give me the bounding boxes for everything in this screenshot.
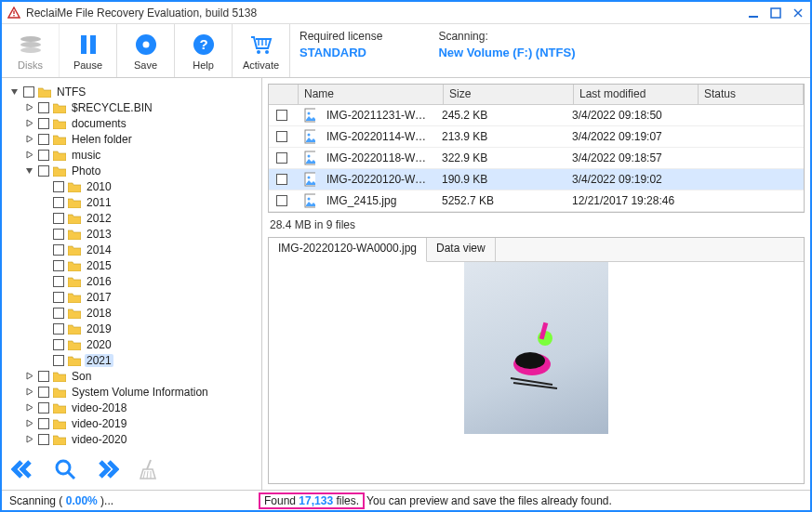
- tree-checkbox[interactable]: [38, 387, 49, 398]
- tree-node[interactable]: 2011: [6, 194, 258, 210]
- tree-twisty[interactable]: [39, 323, 49, 334]
- tree-twisty[interactable]: [39, 308, 49, 318]
- tree-checkbox[interactable]: [38, 371, 49, 382]
- tree-node[interactable]: 2021: [6, 352, 258, 368]
- tree-node[interactable]: System Volume Information: [6, 384, 258, 400]
- tree-checkbox[interactable]: [38, 434, 49, 445]
- tree-node[interactable]: Helen folder: [6, 131, 258, 147]
- tree-checkbox[interactable]: [53, 244, 64, 256]
- pause-button[interactable]: Pause: [60, 24, 117, 77]
- save-button[interactable]: Save: [117, 24, 175, 77]
- tree-node[interactable]: 2014: [6, 242, 258, 257]
- broom-button[interactable]: [138, 458, 158, 483]
- tree-node[interactable]: documents: [6, 115, 258, 131]
- nav-back-button[interactable]: [11, 459, 35, 482]
- preview-tab-image[interactable]: IMG-20220120-WA0000.jpg: [269, 238, 427, 262]
- tree-twisty[interactable]: [24, 371, 34, 381]
- tree-node[interactable]: 2018: [6, 305, 258, 321]
- tree-node[interactable]: Photo: [6, 163, 258, 178]
- tree-checkbox[interactable]: [53, 308, 64, 319]
- file-row[interactable]: IMG-20220118-WA00...322.9 KB3/4/2022 09:…: [269, 148, 804, 169]
- tree-checkbox[interactable]: [53, 323, 64, 335]
- tree-checkbox[interactable]: [53, 260, 64, 271]
- tree-twisty[interactable]: [24, 118, 34, 128]
- tree-checkbox[interactable]: [53, 292, 64, 303]
- tree-twisty[interactable]: [9, 86, 20, 97]
- tree-twisty[interactable]: [24, 134, 34, 144]
- tree-node[interactable]: music: [6, 147, 258, 163]
- tree-checkbox[interactable]: [53, 355, 64, 366]
- file-row[interactable]: IMG-20220114-WA00...213.9 KB3/4/2022 09:…: [269, 126, 804, 148]
- tree-checkbox[interactable]: [53, 197, 64, 208]
- disks-button[interactable]: Disks: [2, 24, 60, 77]
- file-checkbox[interactable]: [276, 110, 287, 121]
- tree-twisty[interactable]: [39, 339, 49, 349]
- tree-twisty[interactable]: [39, 276, 49, 286]
- tree-twisty[interactable]: [39, 292, 49, 302]
- tree-node[interactable]: 2016: [6, 273, 258, 289]
- tree-twisty[interactable]: [39, 197, 49, 207]
- tree-node[interactable]: video-2018: [6, 400, 258, 415]
- tree-twisty[interactable]: [24, 102, 34, 112]
- tree-node[interactable]: 2017: [6, 289, 258, 305]
- file-checkbox[interactable]: [276, 131, 287, 142]
- tree-node[interactable]: video-2020: [6, 431, 258, 447]
- tree-node[interactable]: 2012: [6, 210, 258, 226]
- col-status[interactable]: Status: [699, 85, 804, 104]
- tree-checkbox[interactable]: [53, 213, 64, 224]
- tree-checkbox[interactable]: [38, 418, 49, 429]
- file-checkbox[interactable]: [276, 152, 287, 164]
- col-name[interactable]: Name: [299, 85, 444, 104]
- file-row[interactable]: IMG-20220120-WA00...190.9 KB3/4/2022 09:…: [269, 169, 804, 190]
- file-row[interactable]: IMG-20211231-WA00...245.2 KB3/4/2022 09:…: [269, 105, 804, 126]
- tree-twisty[interactable]: [24, 402, 34, 413]
- tree-checkbox[interactable]: [53, 276, 64, 287]
- col-size[interactable]: Size: [444, 85, 574, 104]
- tree-node[interactable]: 2015: [6, 257, 258, 273]
- tree-twisty[interactable]: [39, 181, 49, 191]
- tree-checkbox[interactable]: [53, 229, 64, 240]
- nav-forward-button[interactable]: [95, 459, 119, 482]
- tree-checkbox[interactable]: [38, 102, 49, 113]
- tree-node[interactable]: Son: [6, 368, 258, 384]
- tree-twisty[interactable]: [24, 434, 34, 444]
- tree-node[interactable]: video-2019: [6, 415, 258, 431]
- tree-twisty[interactable]: [39, 244, 49, 255]
- file-checkbox[interactable]: [276, 195, 287, 206]
- tree-node[interactable]: NTFS: [6, 84, 258, 99]
- tree-node[interactable]: 2020: [6, 336, 258, 352]
- tree-checkbox[interactable]: [38, 165, 49, 177]
- help-button[interactable]: ? Help: [175, 24, 233, 77]
- tree-checkbox[interactable]: [53, 181, 64, 192]
- activate-button[interactable]: Activate: [233, 24, 290, 77]
- folder-tree[interactable]: NTFS$RECYCLE.BINdocumentsHelen foldermus…: [6, 84, 258, 454]
- file-row[interactable]: IMG_2415.jpg5252.7 KB12/21/2017 19:28:46: [269, 190, 804, 212]
- maximize-button[interactable]: [769, 7, 782, 20]
- minimize-button[interactable]: [747, 7, 760, 20]
- tree-checkbox[interactable]: [38, 134, 49, 145]
- tree-twisty[interactable]: [24, 165, 34, 176]
- tree-twisty[interactable]: [24, 150, 34, 160]
- close-button[interactable]: [792, 7, 805, 20]
- file-checkbox[interactable]: [276, 174, 287, 185]
- tree-twisty[interactable]: [39, 260, 49, 270]
- license-link[interactable]: STANDARD: [300, 46, 382, 59]
- scanning-link[interactable]: New Volume (F:) (NTFS): [438, 46, 575, 59]
- tree-node[interactable]: $RECYCLE.BIN: [6, 99, 258, 115]
- col-modified[interactable]: Last modified: [574, 85, 699, 104]
- search-button[interactable]: [54, 458, 76, 483]
- tree-node[interactable]: 2013: [6, 226, 258, 242]
- tree-checkbox[interactable]: [53, 339, 64, 350]
- tree-checkbox[interactable]: [38, 118, 49, 129]
- tree-node[interactable]: 2019: [6, 321, 258, 336]
- tree-checkbox[interactable]: [38, 150, 49, 161]
- tree-twisty[interactable]: [39, 229, 49, 239]
- col-checkbox[interactable]: [269, 85, 299, 104]
- tree-checkbox[interactable]: [38, 402, 49, 414]
- tree-twisty[interactable]: [39, 213, 49, 223]
- tree-checkbox[interactable]: [23, 86, 34, 98]
- tree-twisty[interactable]: [39, 355, 49, 365]
- tree-twisty[interactable]: [24, 387, 34, 397]
- tree-node[interactable]: 2010: [6, 178, 258, 194]
- preview-tab-data[interactable]: Data view: [427, 238, 496, 261]
